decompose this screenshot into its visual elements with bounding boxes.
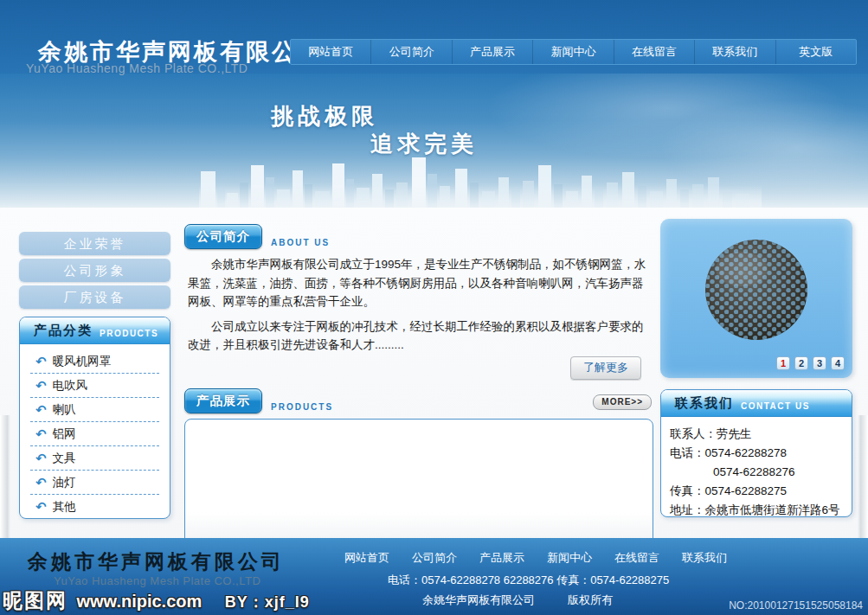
category-label: 铝网 xyxy=(53,426,76,442)
category-item-oil-lamp[interactable]: ↶油灯 xyxy=(30,471,159,495)
contact-header: 联系我们 CONTACT US xyxy=(661,390,852,417)
product-categories-subtitle: PRODUCTS xyxy=(100,329,158,338)
footer-copyright: 余姚华声网板有限公司版权所有 xyxy=(422,593,613,608)
center-column: 公司简介 ABOUT US 余姚市华声网板有限公司成立于1995年，是专业生产不… xyxy=(184,223,653,549)
arrow-icon: ↶ xyxy=(35,426,47,442)
product-categories-header: 产品分类 PRODUCTS xyxy=(20,317,170,344)
arrow-icon: ↶ xyxy=(35,402,47,418)
category-item-hairdryer[interactable]: ↶电吹风 xyxy=(30,374,159,398)
pager-button-4[interactable]: 4 xyxy=(831,356,845,370)
about-paragraph-2: 公司成立以来专注于网板的冲孔技术，经过长期工作经验的累积以及根据客户要求的改进，… xyxy=(188,317,653,355)
category-item-stationery[interactable]: ↶文具 xyxy=(30,446,159,471)
category-item-heater-mesh[interactable]: ↶暖风机网罩 xyxy=(30,349,159,374)
nav-item-news[interactable]: 新闻中心 xyxy=(532,40,613,64)
contact-body: 联系人：劳先生 电话：0574-62288278 0574-62288276 传… xyxy=(661,417,852,517)
arrow-icon: ↶ xyxy=(35,378,47,394)
nav-item-about[interactable]: 公司简介 xyxy=(370,40,451,64)
gallery-pagination: 1 2 3 4 xyxy=(776,356,845,370)
more-button[interactable]: MORE>> xyxy=(593,394,652,410)
sidebar: 企业荣誉 公司形象 厂房设备 产品分类 PRODUCTS ↶暖风机网罩 ↶电吹风… xyxy=(19,232,170,519)
arrow-icon: ↶ xyxy=(35,451,47,466)
right-column: 1 2 3 4 联系我们 CONTACT US 联系人：劳先生 电话：0574-… xyxy=(660,219,852,517)
product-image-box: 1 2 3 4 xyxy=(660,219,852,378)
mesh-dome-image xyxy=(700,236,813,345)
footer-nav-contact[interactable]: 联系我们 xyxy=(682,550,727,566)
nav-item-message[interactable]: 在线留言 xyxy=(614,40,694,64)
watermark-site-name: 昵图网 xyxy=(3,589,68,612)
footer-nav-about[interactable]: 公司简介 xyxy=(412,550,457,566)
about-subtitle: ABOUT US xyxy=(271,238,330,247)
footer-phone-line: 电话：0574-62288278 62288276 传真：0574-622882… xyxy=(388,573,669,588)
about-section-header: 公司简介 ABOUT US xyxy=(184,223,653,249)
footer-nav-message[interactable]: 在线留言 xyxy=(614,550,659,566)
footer-nav-home[interactable]: 网站首页 xyxy=(344,550,389,566)
category-list: ↶暖风机网罩 ↶电吹风 ↶喇叭 ↶铝网 ↶文具 ↶油灯 ↶其他 xyxy=(20,344,170,519)
contact-person: 联系人：劳先生 xyxy=(670,425,843,444)
sidebar-button-image[interactable]: 公司形象 xyxy=(19,259,170,282)
nav-item-home[interactable]: 网站首页 xyxy=(291,40,370,64)
sidebar-button-equipment[interactable]: 厂房设备 xyxy=(19,285,170,309)
footer-nav-products[interactable]: 产品展示 xyxy=(479,550,524,566)
category-label: 文具 xyxy=(53,451,76,466)
contact-address: 地址：余姚市低塘街道新洋路6号 xyxy=(670,501,843,517)
footer-company-name-en: YuYao Huasheng Mesh Plate CO.,LTD xyxy=(54,574,260,587)
category-item-speaker[interactable]: ↶喇叭 xyxy=(30,398,159,422)
product-categories-title: 产品分类 xyxy=(34,323,93,339)
learn-more-row: 了解更多 xyxy=(184,356,641,380)
company-name-en: YuYao Huasheng Mesh Plate CO.,LTD xyxy=(26,61,248,75)
hero-banner: 挑战极限 追求完美 xyxy=(0,74,868,208)
pager-button-3[interactable]: 3 xyxy=(813,356,826,370)
pager-button-1[interactable]: 1 xyxy=(776,356,790,370)
contact-subtitle: CONTACT US xyxy=(741,401,810,411)
category-item-aluminum-mesh[interactable]: ↶铝网 xyxy=(30,422,159,446)
watermark-site-url: www.nipic.com xyxy=(76,592,202,611)
nav-item-products[interactable]: 产品展示 xyxy=(452,40,532,64)
footer-company-name: 余姚市华声网板有限公司 xyxy=(28,548,285,575)
left-edge-decoration xyxy=(0,415,10,538)
watermark: 昵图网 www.nipic.com BY：xjf_l9 xyxy=(3,587,310,614)
header: 余姚市华声网板有限公司 YuYao Huasheng Mesh Plate CO… xyxy=(0,0,868,74)
learn-more-button[interactable]: 了解更多 xyxy=(570,356,641,380)
right-edge-decoration xyxy=(858,415,868,538)
product-categories-panel: 产品分类 PRODUCTS ↶暖风机网罩 ↶电吹风 ↶喇叭 ↶铝网 ↶文具 ↶油… xyxy=(19,317,170,519)
tab-about[interactable]: 公司简介 xyxy=(184,224,262,249)
page: 余姚市华声网板有限公司 YuYao Huasheng Mesh Plate CO… xyxy=(0,0,868,615)
contact-panel: 联系我们 CONTACT US 联系人：劳先生 电话：0574-62288278… xyxy=(660,389,852,517)
arrow-icon: ↶ xyxy=(35,354,47,369)
category-label: 电吹风 xyxy=(53,378,88,394)
footer-copyright-text: 版权所有 xyxy=(568,593,613,606)
contact-fax: 传真：0574-62288275 xyxy=(670,482,843,501)
sidebar-button-honor[interactable]: 企业荣誉 xyxy=(19,232,170,255)
arrow-icon: ↶ xyxy=(35,475,47,490)
banner-slogan-line1: 挑战极限 xyxy=(271,101,378,131)
footer-nav: 网站首页 公司简介 产品展示 新闻中心 在线留言 联系我们 xyxy=(344,550,727,566)
contact-phone-1: 电话：0574-62288278 xyxy=(670,444,843,463)
nav-item-english[interactable]: 英文版 xyxy=(775,40,856,64)
products-section-header: 产品展示 PRODUCTS MORE>> xyxy=(184,388,653,413)
main-content: 企业荣誉 公司形象 厂房设备 产品分类 PRODUCTS ↶暖风机网罩 ↶电吹风… xyxy=(0,208,868,538)
about-paragraph-1: 余姚市华声网板有限公司成立于1995年，是专业生产不锈钢制品，如不锈钢网篮，水果… xyxy=(188,255,653,311)
contact-phone-2: 0574-62288276 xyxy=(670,463,843,482)
watermark-author: BY：xjf_l9 xyxy=(225,593,310,611)
category-label: 喇叭 xyxy=(53,402,76,418)
pager-button-2[interactable]: 2 xyxy=(794,356,808,370)
category-label: 油灯 xyxy=(53,475,76,490)
footer-copyright-company: 余姚华声网板有限公司 xyxy=(422,593,535,606)
category-item-other[interactable]: ↶其他 xyxy=(30,495,159,519)
contact-title: 联系我们 xyxy=(675,395,734,412)
nav-item-contact[interactable]: 联系我们 xyxy=(694,40,775,64)
footer-serial-number: NO:20100127151525058184 xyxy=(729,599,863,612)
main-nav: 网站首页 公司简介 产品展示 新闻中心 在线留言 联系我们 英文版 xyxy=(290,39,857,65)
products-subtitle: PRODUCTS xyxy=(271,402,333,412)
tab-products[interactable]: 产品展示 xyxy=(184,388,262,413)
footer-nav-news[interactable]: 新闻中心 xyxy=(547,550,592,566)
arrow-icon: ↶ xyxy=(35,499,47,515)
category-label: 其他 xyxy=(53,499,76,515)
products-display-box xyxy=(184,419,653,549)
city-skyline-image xyxy=(199,140,762,208)
category-label: 暖风机网罩 xyxy=(53,354,112,369)
